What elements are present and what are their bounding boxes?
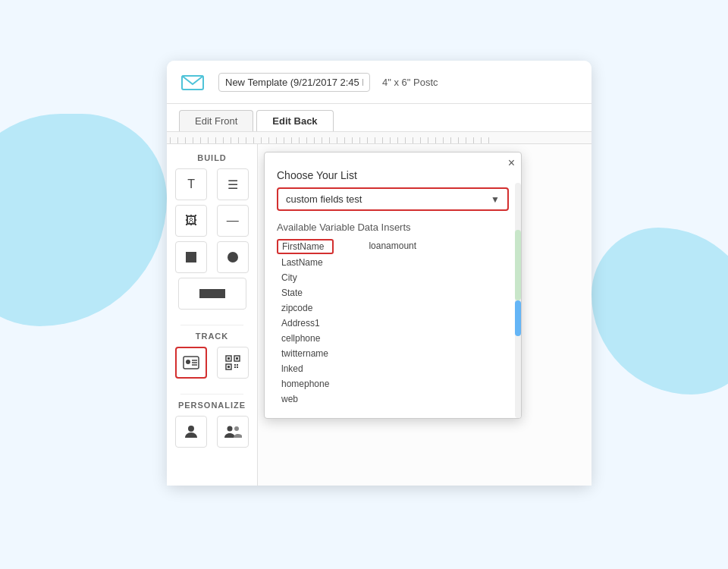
image-icon: 🖼 xyxy=(185,214,197,228)
tab-edit-back[interactable]: Edit Back xyxy=(256,110,333,131)
qr-code-icon xyxy=(225,355,240,370)
scroll-track xyxy=(515,183,521,418)
contact-card-icon xyxy=(183,356,199,369)
qr-code-button[interactable] xyxy=(217,347,249,379)
svg-rect-15 xyxy=(234,364,236,366)
ruler-mark xyxy=(473,137,481,143)
ruler-mark xyxy=(443,137,450,143)
ruler-mark xyxy=(413,137,420,143)
template-name-input[interactable] xyxy=(218,73,370,92)
field-item-homephone[interactable]: homephone xyxy=(277,377,334,391)
svg-rect-16 xyxy=(237,364,238,366)
ruler-mark xyxy=(299,137,306,143)
group-persons-icon xyxy=(224,424,242,439)
svg-point-5 xyxy=(186,360,190,364)
svg-rect-18 xyxy=(237,366,238,368)
list-select-value: custom fields test xyxy=(286,193,491,205)
rectangle-icon xyxy=(199,288,226,299)
svg-rect-3 xyxy=(199,289,225,298)
modal-scrollbar[interactable] xyxy=(515,183,521,418)
field-item-cellphone[interactable]: cellphone xyxy=(277,332,334,345)
square-tool-button[interactable] xyxy=(175,241,207,273)
divider-2 xyxy=(180,394,243,395)
ruler-mark xyxy=(268,137,276,143)
contact-card-button[interactable] xyxy=(175,347,207,379)
field-item-lastname[interactable]: LastName xyxy=(277,256,334,269)
scroll-thumb-green xyxy=(515,230,521,300)
svg-point-21 xyxy=(234,426,239,431)
choose-list-label: Choose Your List xyxy=(277,169,509,181)
rectangle-tool-button[interactable] xyxy=(178,278,246,310)
list-icon: ☰ xyxy=(228,178,238,192)
vdi-label: Available Variable Data Inserts xyxy=(277,222,509,233)
tab-edit-front[interactable]: Edit Front xyxy=(179,110,253,131)
ruler-mark xyxy=(367,137,375,143)
circle-tool-button[interactable] xyxy=(217,241,249,273)
single-person-button[interactable] xyxy=(175,416,207,448)
circle-icon xyxy=(226,250,240,264)
ruler-mark xyxy=(253,137,261,143)
fields-col-1: FirstName LastName City State zipcode Ad… xyxy=(277,239,334,406)
ruler-mark xyxy=(397,137,405,143)
list-select-dropdown[interactable]: custom fields test ▼ xyxy=(277,187,509,211)
field-item-lnked[interactable]: lnked xyxy=(277,362,334,376)
size-label: 4" x 6" Postc xyxy=(382,77,438,88)
ruler-mark xyxy=(170,137,177,143)
fields-col-2: loanamount xyxy=(364,239,421,406)
ruler-mark xyxy=(238,137,246,143)
svg-rect-14 xyxy=(228,366,230,368)
ruler-mark xyxy=(314,137,322,143)
field-item-twittername[interactable]: twittername xyxy=(277,347,334,360)
ruler-mark xyxy=(435,137,443,143)
ruler-mark xyxy=(450,137,458,143)
content-area: BUILD T ☰ 🖼 — xyxy=(167,144,592,486)
ruler-mark xyxy=(322,137,329,143)
personalize-label: PERSONALIZE xyxy=(178,401,246,410)
ruler-mark xyxy=(428,137,435,143)
background-blob-right xyxy=(592,228,728,395)
ruler-mark xyxy=(390,137,397,143)
ruler-mark xyxy=(276,137,284,143)
group-persons-button[interactable] xyxy=(217,416,249,448)
svg-rect-17 xyxy=(234,366,236,368)
svg-point-20 xyxy=(227,426,232,432)
divider-1 xyxy=(180,325,243,325)
text-icon: T xyxy=(187,178,195,191)
ruler-mark xyxy=(466,137,473,143)
ruler-mark xyxy=(208,137,215,143)
background-blob-left xyxy=(0,114,167,326)
ruler-mark xyxy=(352,137,359,143)
modal-close-button[interactable]: × xyxy=(508,157,515,169)
ruler-mark xyxy=(246,137,253,143)
ruler-mark xyxy=(329,137,337,143)
scroll-thumb-blue xyxy=(515,300,521,336)
line-tool-button[interactable]: — xyxy=(217,205,249,237)
ruler-mark xyxy=(306,137,314,143)
field-item-web[interactable]: web xyxy=(277,392,334,406)
single-person-icon xyxy=(184,424,198,439)
ruler-mark xyxy=(291,137,299,143)
field-item-firstname[interactable]: FirstName xyxy=(277,239,334,254)
ruler xyxy=(167,132,592,144)
build-label: BUILD xyxy=(197,153,227,162)
ruler-mark xyxy=(261,137,268,143)
modal-body: Choose Your List custom fields test ▼ Av… xyxy=(265,169,521,418)
field-item-state[interactable]: State xyxy=(277,286,334,300)
ruler-mark xyxy=(200,137,208,143)
ruler-mark xyxy=(344,137,352,143)
text-tool-button[interactable]: T xyxy=(175,168,207,200)
image-tool-button[interactable]: 🖼 xyxy=(175,205,207,237)
list-tool-button[interactable]: ☰ xyxy=(217,168,249,200)
field-item-city[interactable]: City xyxy=(277,271,334,284)
left-sidebar: BUILD T ☰ 🖼 — xyxy=(167,144,258,486)
field-item-zipcode[interactable]: zipcode xyxy=(277,301,334,315)
svg-rect-12 xyxy=(236,357,238,360)
tab-bar: Edit Front Edit Back xyxy=(167,104,592,132)
main-card: 4" x 6" Postc Edit Front Edit Back xyxy=(167,61,592,486)
field-item-address1[interactable]: Address1 xyxy=(277,316,334,330)
ruler-mark xyxy=(231,137,238,143)
square-icon xyxy=(184,250,198,264)
choose-list-modal: × Choose Your List custom fields test ▼ … xyxy=(264,152,522,419)
field-item-loanamount[interactable]: loanamount xyxy=(364,239,421,253)
ruler-mark xyxy=(215,137,223,143)
